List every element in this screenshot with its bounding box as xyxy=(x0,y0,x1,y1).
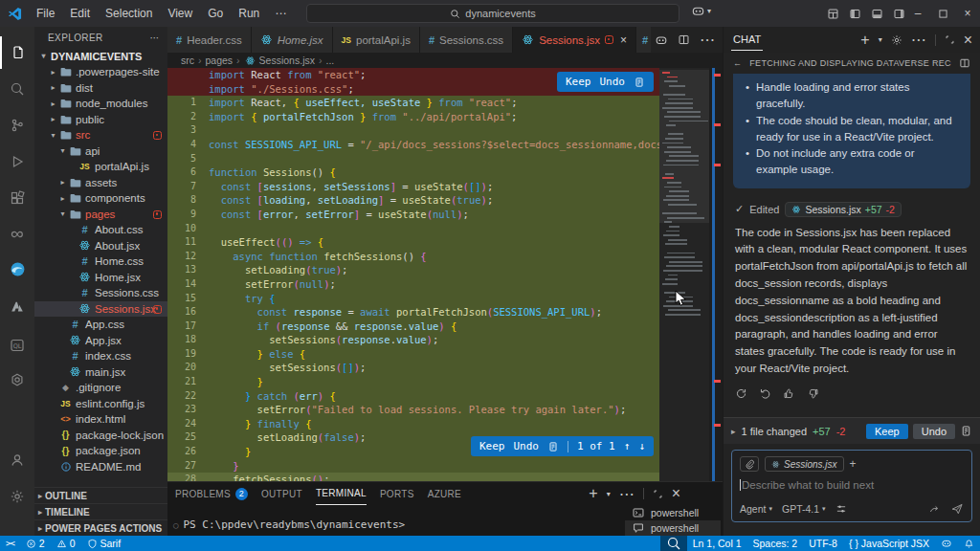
more-actions-icon[interactable]: ⋯ xyxy=(700,31,715,49)
section-timeline[interactable]: ▸TIMELINE xyxy=(34,503,167,519)
gear-icon[interactable] xyxy=(891,34,902,46)
undo-button[interactable]: Undo xyxy=(600,76,626,88)
undo-button[interactable]: Undo xyxy=(514,440,540,452)
breadcrumb-item[interactable]: src xyxy=(181,55,194,66)
code-line[interactable]: 20 setSessions([]); xyxy=(167,361,723,375)
code-line[interactable]: 12 async function fetchSessions() { xyxy=(167,250,723,264)
code-line[interactable]: 13 setLoading(true); xyxy=(167,263,723,277)
mode-picker[interactable]: Agent ▾ xyxy=(740,503,772,515)
code-line[interactable]: 3 xyxy=(167,123,723,138)
activity-run-and-debug[interactable] xyxy=(0,145,34,178)
tree-item-home-css[interactable]: #Home.css xyxy=(34,253,167,270)
context-chip-current-file[interactable]: Sessions.jsx xyxy=(765,456,844,472)
tab-sessions-jsx[interactable]: Sessions.jsx× xyxy=(513,27,636,53)
voice-redo-icon[interactable] xyxy=(928,503,941,516)
back-arrow-icon[interactable]: ← xyxy=(733,58,742,68)
tree-item-main-jsx[interactable]: main.jsx xyxy=(34,364,167,381)
code-line[interactable]: 28 fetchSessions(); xyxy=(167,473,723,481)
copilot-icon[interactable] xyxy=(655,33,668,47)
code-editor[interactable]: import React from "react";import "./Sess… xyxy=(167,68,723,481)
maximize-panel-icon[interactable] xyxy=(653,489,663,499)
code-line[interactable]: 1import React, { useEffect, useState } f… xyxy=(167,96,723,110)
tree-item-components[interactable]: ▸components xyxy=(34,190,167,207)
activity-azure[interactable] xyxy=(0,291,34,323)
remote-indicator[interactable]: >< xyxy=(0,536,20,551)
tree-item--gitignore[interactable]: ◆.gitignore xyxy=(34,380,167,396)
terminal-session-powershell[interactable]: powershell xyxy=(625,505,721,520)
code-line[interactable]: 9 const [error, setError] = useState(nul… xyxy=(167,208,723,222)
search-status[interactable] xyxy=(660,536,687,551)
code-line[interactable]: 14 setError(null); xyxy=(167,277,723,292)
tree-root-dynamicevents[interactable]: ▾ DYNAMICEVENTS xyxy=(34,48,167,64)
thumbs-down-icon[interactable] xyxy=(807,387,819,400)
copilot-menu[interactable]: ▾ xyxy=(691,4,711,18)
activity-settings[interactable] xyxy=(0,480,34,513)
tree-item-home-jsx[interactable]: Home.jsx xyxy=(34,270,167,286)
model-picker[interactable]: GPT-4.1 ▾ xyxy=(782,503,826,515)
regenerate-icon[interactable] xyxy=(735,387,747,400)
chevron-right-icon[interactable]: ▸ xyxy=(731,427,736,436)
cursor-position[interactable]: Ln 1, Col 1 xyxy=(687,536,747,551)
activity-account[interactable] xyxy=(0,444,34,476)
menu-selection[interactable]: Selection xyxy=(98,3,160,24)
panel-tab-azure[interactable]: AZURE xyxy=(428,482,461,505)
panel-left-icon[interactable] xyxy=(849,8,861,20)
tree-item-sessions-css[interactable]: #Sessions.css xyxy=(34,285,167,301)
view-changes-icon[interactable] xyxy=(960,425,972,437)
sarif-status[interactable]: Sarif xyxy=(81,536,127,551)
code-line[interactable]: 4const SESSIONS_API_URL = "/_api/docs_se… xyxy=(167,138,723,152)
tree-item-api[interactable]: ▾api xyxy=(34,143,167,160)
tree-item-readme-md[interactable]: README.md xyxy=(34,459,167,475)
minimap[interactable] xyxy=(659,68,709,481)
tree-item-dist[interactable]: ▸dist xyxy=(34,80,167,97)
code-line[interactable]: 5 xyxy=(167,152,723,166)
tree-item-app-jsx[interactable]: App.jsx xyxy=(34,333,167,349)
file-icon[interactable] xyxy=(634,77,645,88)
code-line[interactable]: 19 } else { xyxy=(167,347,723,362)
tree-item-assets[interactable]: ▸assets xyxy=(34,175,167,191)
keep-button[interactable]: Keep xyxy=(479,440,505,452)
language-mode[interactable]: { } JavaScript JSX xyxy=(843,536,935,551)
new-chat-icon[interactable]: + xyxy=(860,32,869,49)
tree-item-package-lock-json[interactable]: {}package-lock.json xyxy=(34,428,167,444)
menu-edit[interactable]: Edit xyxy=(62,3,98,24)
indentation[interactable]: Spaces: 2 xyxy=(747,536,804,551)
tab-chat[interactable]: CHAT xyxy=(731,29,763,51)
chat-messages[interactable]: Handle loading and error states graceful… xyxy=(724,74,980,415)
panel-tab-ports[interactable]: PORTS xyxy=(380,482,414,505)
terminal-prompt[interactable]: ○ PS C:\ppdev\readybms\dynamicevents> xyxy=(173,518,405,531)
tools-icon[interactable] xyxy=(835,503,847,515)
menu-go[interactable]: Go xyxy=(200,3,231,24)
terminal-session-powershell[interactable]: powershell xyxy=(625,520,721,536)
tab-header-css[interactable]: #Header.css xyxy=(167,27,252,53)
activity-power-platform[interactable] xyxy=(0,218,34,251)
tree-item-pages[interactable]: ▾pages xyxy=(34,207,167,223)
encoding[interactable]: UTF-8 xyxy=(803,536,843,551)
menu-view[interactable]: View xyxy=(160,3,200,24)
activity-openai[interactable] xyxy=(0,364,34,396)
tree-item-about-jsx[interactable]: About.jsx xyxy=(34,238,167,254)
code-line[interactable]: 11 useEffect(() => { xyxy=(167,235,723,250)
panel-tab-problems[interactable]: PROBLEMS2 xyxy=(175,482,248,505)
minimize-button[interactable]: – xyxy=(905,0,930,27)
code-line[interactable]: 7 const [sessions, setSessions] = useSta… xyxy=(167,180,723,194)
activity-edge-tools[interactable] xyxy=(0,253,34,285)
more-actions-icon[interactable]: ⋯ xyxy=(150,33,160,43)
chevron-down-icon[interactable]: ▾ xyxy=(607,490,611,498)
close-chat-icon[interactable]: × xyxy=(964,32,972,49)
next-change-icon[interactable]: ↓ xyxy=(638,440,645,452)
prev-change-icon[interactable]: ↑ xyxy=(624,440,631,452)
code-line[interactable]: 24 } finally { xyxy=(167,417,723,431)
activity-extensions[interactable] xyxy=(0,182,34,214)
tab-home-jsx[interactable]: Home.jsx xyxy=(252,27,333,53)
tree-item-package-json[interactable]: {}package.json xyxy=(34,443,167,459)
breadcrumb-item[interactable]: Sessions.jsx xyxy=(244,55,315,67)
chat-input-box[interactable]: Sessions.jsx + Describe what to build ne… xyxy=(731,450,972,522)
tree-item-sessions-jsx[interactable]: Sessions.jsx xyxy=(34,301,167,318)
layout-grid-icon[interactable] xyxy=(827,8,839,20)
notifications[interactable] xyxy=(958,536,980,551)
tree-item-node-modules[interactable]: ▸node_modules xyxy=(34,96,167,112)
section-outline[interactable]: ▸OUTLINE xyxy=(34,487,167,503)
keep-all-button[interactable]: Keep xyxy=(866,424,908,439)
panel-right-icon[interactable] xyxy=(893,8,905,20)
